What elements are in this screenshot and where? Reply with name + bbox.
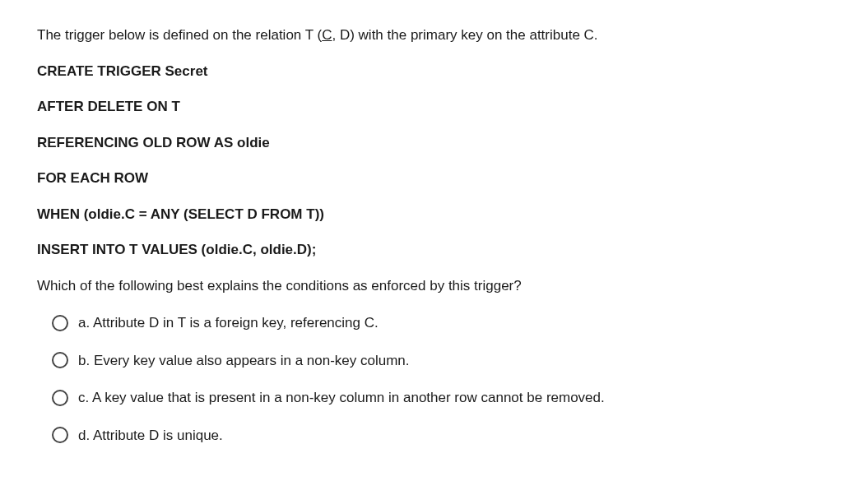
code-line-1: CREATE TRIGGER Secret xyxy=(37,61,813,82)
question-prompt: Which of the following best explains the… xyxy=(37,275,813,297)
code-line-6: INSERT INTO T VALUES (oldie.C, oldie.D); xyxy=(37,239,813,261)
option-a[interactable]: a. Attribute D in T is a foreign key, re… xyxy=(52,312,813,334)
options-list: a. Attribute D in T is a foreign key, re… xyxy=(37,312,813,446)
radio-icon xyxy=(52,390,68,406)
option-label: d. Attribute D is unique. xyxy=(78,425,223,446)
radio-icon xyxy=(52,427,68,443)
radio-icon xyxy=(52,315,68,331)
option-label: b. Every key value also appears in a non… xyxy=(78,350,410,372)
option-d[interactable]: d. Attribute D is unique. xyxy=(52,425,813,446)
code-line-4: FOR EACH ROW xyxy=(37,168,813,189)
question-block: The trigger below is defined on the rela… xyxy=(37,25,813,446)
code-line-2: AFTER DELETE ON T xyxy=(37,96,813,118)
code-line-5: WHEN (oldie.C = ANY (SELECT D FROM T)) xyxy=(37,204,813,225)
intro-text: The trigger below is defined on the rela… xyxy=(37,25,813,46)
radio-icon xyxy=(52,352,68,368)
intro-underlined: C xyxy=(322,27,332,43)
option-label: c. A key value that is present in a non-… xyxy=(78,387,605,409)
option-b[interactable]: b. Every key value also appears in a non… xyxy=(52,350,813,372)
option-label: a. Attribute D in T is a foreign key, re… xyxy=(78,312,379,334)
intro-prefix: The trigger below is defined on the rela… xyxy=(37,27,322,43)
intro-suffix: , D) with the primary key on the attribu… xyxy=(332,27,597,43)
option-c[interactable]: c. A key value that is present in a non-… xyxy=(52,387,813,409)
code-line-3: REFERENCING OLD ROW AS oldie xyxy=(37,132,813,154)
